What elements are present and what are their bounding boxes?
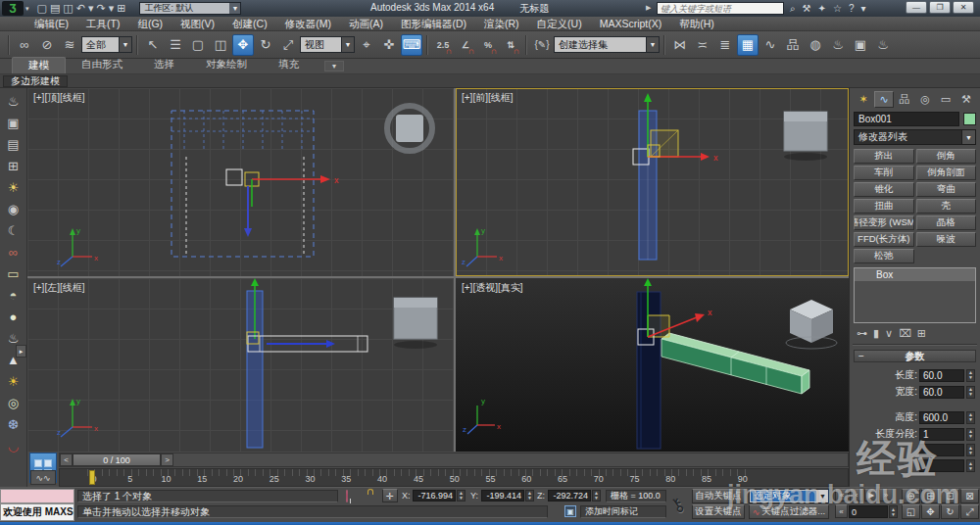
zoom-all-icon[interactable]: ⊞ <box>921 489 940 503</box>
app-logo-icon[interactable]: Ӡ <box>2 1 24 16</box>
app-menu-caret-icon[interactable]: ▾ <box>25 5 29 13</box>
spinner[interactable]: ▲▼ <box>525 490 534 501</box>
select-and-manipulate-icon[interactable]: ✜ <box>378 34 400 56</box>
parameter-field[interactable]: 600.0 <box>919 411 964 424</box>
graphite-ribbon-icon[interactable]: ▦ <box>737 34 759 56</box>
stack-item[interactable]: Box <box>855 268 975 281</box>
rectangular-selection-region-icon[interactable]: ▢ <box>187 34 209 56</box>
material-editor-icon[interactable]: ◍ <box>805 34 826 56</box>
select-by-name-icon[interactable]: ☰ <box>165 34 186 56</box>
previous-frame-button[interactable]: < <box>60 453 73 466</box>
menu-item[interactable]: 图形编辑器(D) <box>392 17 475 31</box>
modifier-button[interactable]: 噪波 <box>916 232 977 247</box>
zoom-region-icon[interactable]: ◱ <box>902 504 920 519</box>
time-marker[interactable] <box>89 470 95 485</box>
mirror-icon[interactable]: ⋈ <box>669 34 691 56</box>
viewport-left[interactable]: [+][左][线框] y x z <box>27 278 454 452</box>
spinner[interactable]: ▲▼ <box>966 369 975 382</box>
current-frame-field[interactable]: 0 <box>849 505 888 518</box>
menu-item[interactable]: 创建(C) <box>223 17 276 31</box>
grid-array-icon[interactable]: ⊞ <box>4 157 24 174</box>
play-icon[interactable]: ▶ <box>864 489 878 501</box>
bind-to-space-warp-icon[interactable]: ≋ <box>59 34 80 56</box>
redo-dropdown-icon[interactable]: ▾ <box>109 1 115 16</box>
isolate-selection-icon[interactable] <box>346 490 348 502</box>
help-dropdown-icon[interactable]: ▾ <box>861 3 866 14</box>
ribbon-tab[interactable]: 填充 <box>263 57 315 73</box>
add-time-tag-button[interactable]: 添加时间标记 <box>580 505 666 518</box>
menu-item[interactable]: 工具(T) <box>77 17 128 31</box>
tab-display[interactable]: ▭ <box>936 91 956 108</box>
menu-item[interactable]: 自定义(U) <box>528 17 591 31</box>
render-production-icon[interactable]: ♨ <box>872 34 894 56</box>
open-file-icon[interactable]: ▤ <box>50 1 60 16</box>
tab-hierarchy[interactable]: 品 <box>895 91 914 108</box>
maxscript-listener[interactable]: 欢迎使用 MAXScr <box>0 503 74 521</box>
modifier-stack[interactable]: Box <box>854 267 976 323</box>
select-and-rotate-icon[interactable]: ↻ <box>255 34 276 56</box>
redo-icon[interactable]: ↷ <box>96 1 105 16</box>
spinner[interactable]: ▲▼ <box>889 505 898 518</box>
ribbon-tab[interactable]: 建模 <box>12 57 66 73</box>
ribbon-tab[interactable]: 对象绘制 <box>190 57 263 73</box>
make-unique-icon[interactable]: ∨ <box>885 327 893 340</box>
modifier-button[interactable]: 扭曲 <box>854 199 914 214</box>
parameter-field[interactable] <box>919 444 964 456</box>
communication-center-icon[interactable]: ✦ <box>818 3 826 14</box>
curve-editor-icon[interactable]: ∿ <box>760 34 781 56</box>
spinner[interactable]: ▲▼ <box>966 459 975 472</box>
spinner[interactable]: ▲▼ <box>966 428 975 441</box>
sphere-icon[interactable]: ● <box>4 308 24 325</box>
menu-item[interactable]: 修改器(M) <box>276 17 340 31</box>
percent-snap-icon[interactable]: % <box>477 34 499 56</box>
next-frame-button[interactable]: > <box>161 453 173 466</box>
schematic-view-icon[interactable]: 品 <box>782 34 804 56</box>
configure-modifier-sets-icon[interactable]: ⊞ <box>917 327 926 340</box>
show-end-result-icon[interactable]: ▮ <box>873 327 879 340</box>
zoom-extents-icon[interactable]: ⊡ <box>941 489 959 503</box>
tab-create[interactable]: ✶ <box>854 91 873 108</box>
minimize-button[interactable]: — <box>906 1 927 14</box>
viewport-label[interactable]: [+][左][线框] <box>33 281 85 295</box>
layer-manager-icon[interactable]: ≣ <box>714 34 736 56</box>
modifier-list-dropdown[interactable]: 修改器列表 ▼ <box>854 129 976 145</box>
search-icon[interactable]: ⌕ <box>790 3 796 15</box>
close-button[interactable]: ✕ <box>953 1 974 14</box>
orbit-icon[interactable]: ↻ <box>941 504 959 519</box>
undo-icon[interactable]: ↶ <box>76 1 85 16</box>
spinner[interactable]: ▲▼ <box>966 386 975 399</box>
menu-item[interactable]: 组(G) <box>128 17 172 31</box>
z-coordinate-field[interactable]: -292.724 <box>548 490 591 501</box>
tab-modify[interactable]: ∿ <box>874 91 894 108</box>
menu-item[interactable]: 渲染(R) <box>475 17 528 31</box>
select-object-icon[interactable]: ↖ <box>142 34 164 56</box>
viewport-top[interactable]: [+][顶][线框] x <box>27 88 454 276</box>
selection-filter-combo[interactable]: 选定对象 ▼ <box>749 489 829 503</box>
tab-utilities[interactable]: ⚒ <box>956 91 976 108</box>
modifier-button[interactable]: 倒角 <box>916 149 977 164</box>
infocenter-wrench-icon[interactable]: ⚒ <box>803 3 811 14</box>
go-to-end-icon[interactable]: » <box>879 489 893 501</box>
new-file-icon[interactable]: ▢ <box>37 1 47 16</box>
layer-list-icon[interactable]: ▤ <box>4 135 24 153</box>
select-and-scale-icon[interactable]: ⤢ <box>277 34 299 56</box>
select-and-link-icon[interactable]: ∞ <box>14 34 35 56</box>
parameters-rollout-header[interactable]: − 参数 <box>854 350 976 362</box>
menu-item[interactable]: 编辑(E) <box>25 17 77 31</box>
selection-filter-combo[interactable]: 全部▼ <box>81 36 132 53</box>
pan-icon[interactable]: ✥ <box>921 504 940 519</box>
maxscript-macro-recorder[interactable] <box>0 489 74 503</box>
x-coordinate-field[interactable]: -716.994 <box>413 490 456 501</box>
window-crossing-icon[interactable]: ◫ <box>210 34 231 56</box>
go-to-start-button[interactable]: « <box>835 504 848 518</box>
snap-toggle-2.5-snap-icon[interactable]: 2.5 <box>432 34 454 56</box>
menu-item[interactable]: 视图(V) <box>172 17 223 31</box>
key-filters-button[interactable]: ∿关键点过滤器... <box>749 504 829 519</box>
auto-key-button[interactable]: 自动关键点 <box>692 489 745 503</box>
spinner[interactable]: ▲▼ <box>966 444 975 456</box>
previous-frame-icon[interactable]: ‹ <box>850 489 863 501</box>
go-to-start-icon[interactable]: « <box>835 489 849 501</box>
favorites-star-icon[interactable]: ☆ <box>833 3 842 14</box>
shadow-moon-icon[interactable]: ☾ <box>4 221 24 239</box>
maximize-viewport-icon[interactable]: ⤢ <box>960 504 979 519</box>
